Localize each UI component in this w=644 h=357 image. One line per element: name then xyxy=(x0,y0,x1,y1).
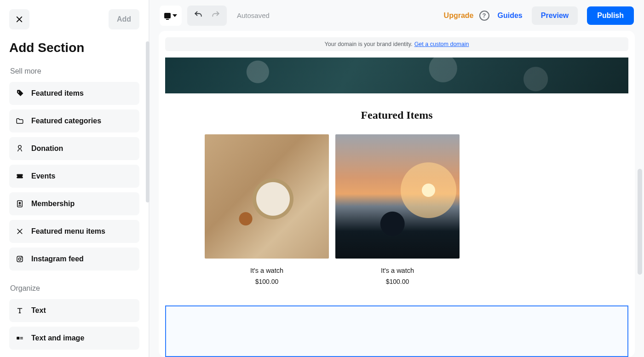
sidebar-item-text-and-image[interactable]: Text and image xyxy=(9,327,139,350)
ticket-icon xyxy=(16,172,24,180)
sidebar-item-donation[interactable]: Donation xyxy=(9,137,139,160)
desktop-icon xyxy=(164,13,171,18)
product-price: $100.00 xyxy=(335,278,460,285)
product-card[interactable]: It's a watch $100.00 xyxy=(335,134,460,285)
sidebar-item-label: Membership xyxy=(31,200,75,208)
chevron-down-icon xyxy=(172,14,177,17)
sidebar-item-label: Events xyxy=(31,172,55,180)
section-drop-zone[interactable] xyxy=(165,305,628,357)
folder-icon xyxy=(16,117,24,125)
product-name: It's a watch xyxy=(205,267,329,274)
svg-point-2 xyxy=(18,92,19,92)
sidebar-item-label: Text and image xyxy=(31,334,84,342)
preview-button[interactable]: Preview xyxy=(532,6,578,25)
svg-point-8 xyxy=(18,258,21,260)
tag-icon xyxy=(16,89,24,98)
sidebar-scrollbar[interactable] xyxy=(146,41,150,202)
autosaved-status: Autosaved xyxy=(237,12,270,19)
svg-point-4 xyxy=(19,202,20,204)
svg-rect-12 xyxy=(20,339,23,340)
help-button[interactable]: ? xyxy=(479,11,489,21)
site-canvas[interactable]: Your domain is your brand identity. Get … xyxy=(159,31,635,357)
sidebar-item-label: Text xyxy=(31,306,46,315)
product-price: $100.00 xyxy=(205,278,329,285)
sidebar-item-featured-categories[interactable]: Featured categories xyxy=(9,109,139,132)
sidebar-item-label: Featured categories xyxy=(31,117,101,125)
group-label-sell-more: Sell more xyxy=(10,67,139,75)
undo-button[interactable] xyxy=(194,10,203,21)
sidebar-title: Add Section xyxy=(9,40,139,55)
group-label-organize: Organize xyxy=(10,284,139,293)
product-image xyxy=(205,134,329,259)
product-card[interactable]: It's a watch $100.00 xyxy=(205,134,329,285)
type-icon xyxy=(16,306,24,315)
sidebar-item-label: Donation xyxy=(31,144,63,153)
publish-button[interactable]: Publish xyxy=(587,6,634,25)
sidebar-item-membership[interactable]: Membership xyxy=(9,192,139,215)
sidebar-item-label: Instagram feed xyxy=(31,255,84,263)
product-name: It's a watch xyxy=(335,267,460,274)
sidebar-item-label: Featured menu items xyxy=(31,227,105,236)
sidebar-item-events[interactable]: Events xyxy=(9,165,139,188)
ribbon-icon xyxy=(16,144,24,153)
domain-hint-text: Your domain is your brand identity. xyxy=(325,41,413,47)
add-button[interactable]: Add xyxy=(109,9,139,29)
featured-items-title: Featured Items xyxy=(159,109,635,121)
svg-point-9 xyxy=(21,257,22,258)
close-icon xyxy=(15,15,23,23)
close-button[interactable] xyxy=(9,9,29,29)
sidebar-item-instagram-feed[interactable]: Instagram feed xyxy=(9,248,139,271)
sidebar-item-featured-items[interactable]: Featured items xyxy=(9,82,139,105)
editor-main: Autosaved Upgrade ? Guides Preview Publi… xyxy=(150,0,644,357)
sidebar-item-featured-menu-items[interactable]: Featured menu items xyxy=(9,220,139,243)
upgrade-link[interactable]: Upgrade xyxy=(444,12,474,20)
text-image-icon xyxy=(16,334,24,342)
custom-domain-link[interactable]: Get a custom domain xyxy=(414,41,469,47)
svg-rect-10 xyxy=(17,337,19,340)
utensils-icon xyxy=(16,227,24,236)
domain-hint-bar: Your domain is your brand identity. Get … xyxy=(165,37,628,51)
add-section-sidebar: Add Add Section Sell more Featured items… xyxy=(0,0,150,357)
svg-rect-11 xyxy=(20,337,23,338)
sidebar-item-label: Featured items xyxy=(31,89,84,98)
canvas-scrollbar[interactable] xyxy=(638,169,642,275)
redo-button[interactable] xyxy=(211,10,220,21)
hero-banner[interactable] xyxy=(165,58,628,93)
device-selector[interactable] xyxy=(160,6,182,26)
sidebar-item-text[interactable]: Text xyxy=(9,299,139,322)
instagram-icon xyxy=(16,255,24,263)
guides-link[interactable]: Guides xyxy=(498,12,523,20)
id-icon xyxy=(16,200,24,208)
product-image xyxy=(335,134,460,259)
editor-toolbar: Autosaved Upgrade ? Guides Preview Publi… xyxy=(150,0,644,31)
